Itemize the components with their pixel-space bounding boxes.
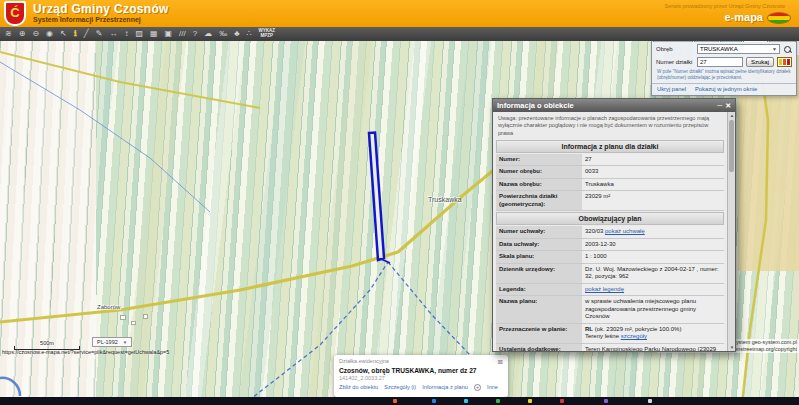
parcel-popup-title: Działka ewidencyjna <box>339 358 389 366</box>
taskbar-app-icon[interactable] <box>604 399 608 403</box>
szukaj-button[interactable]: Szukaj <box>746 57 774 67</box>
obreb-select[interactable]: TRUSKAWKA ▼ <box>697 44 780 54</box>
measure-vertical-icon[interactable]: ↕ <box>124 27 128 41</box>
table-row: Numer obrębu:0033 <box>496 166 724 179</box>
search-icon[interactable] <box>783 45 792 54</box>
dialog-title: Informacja o obiekcie <box>497 101 574 110</box>
zoom-out-icon[interactable]: ⊖ <box>32 27 39 41</box>
taskbar-app-icon[interactable] <box>432 399 436 403</box>
section-current-plan: Obowiązujący plan <box>496 212 724 225</box>
details-link[interactable]: szczegóły <box>621 333 647 339</box>
gallery-icon[interactable]: ▣ <box>165 27 173 41</box>
parcel-name: Czosnów, obręb TRUSKAWKA, numer dz 27 <box>339 367 503 374</box>
taskbar-app-icon[interactable] <box>496 399 500 403</box>
table-row: Ustalenia dodatkowe:Teren Kampinoskiego … <box>496 344 724 351</box>
table-row: Legenda: pokaż legendę <box>496 284 724 297</box>
points-icon[interactable]: ∴ <box>246 27 251 41</box>
app-header: Ć Urząd Gminy Czosnów System Informacji … <box>0 0 799 27</box>
building-footprint <box>143 314 148 319</box>
dialog-body: Uwaga: prezentowane informacje o planach… <box>493 112 727 351</box>
status-bar-url: https://czosnow.e-mapa.net/?service=plik… <box>2 349 169 355</box>
building-footprint <box>131 321 136 325</box>
table-row: Numer uchwały: 320/03 pokaż uchwałę <box>496 226 724 239</box>
wykaz-mpzp-button[interactable]: WYKAZ MPZP <box>259 29 276 39</box>
emapa-globe-icon <box>767 12 791 24</box>
obreb-label: Obręb <box>656 46 694 52</box>
single-window-link[interactable]: Pokazuj w jednym oknie <box>695 86 757 92</box>
municipality-crest-logo: Ć <box>4 1 26 26</box>
layers-icon[interactable]: ≋ <box>5 27 12 41</box>
table-row: Przeznaczenie w planie: RL (ok. 23029 m²… <box>496 324 724 344</box>
table-row: Numer:27 <box>496 154 724 167</box>
map-toolbar: ≋ ⊕ ⊖ ◉ ↖ ℹ ╱ ✎ ↔ ↕ ▨ ▦ ▣ /// ? ☁ ‰ ♣ ∴ … <box>0 27 799 41</box>
edit-icon[interactable]: ✎ <box>96 27 103 41</box>
cloud-icon[interactable]: ☁ <box>204 27 212 41</box>
app-title: Urząd Gminy Czosnów <box>33 2 169 16</box>
plan-info-link[interactable]: Informacja z planu <box>422 384 468 390</box>
chevron-down-icon: ▼ <box>772 46 777 52</box>
zoom-to-object-link[interactable]: Zbliż do obiektu <box>339 384 378 390</box>
map-label-truskawka: Truskawka <box>428 196 462 203</box>
table-row: Dziennik urzędowy:Dz. U. Woj. Mazowiecki… <box>496 264 724 284</box>
details-link[interactable]: Szczegóły (i) <box>384 384 416 390</box>
taskbar-app-icon[interactable] <box>560 399 564 403</box>
grid-icon[interactable]: ▦ <box>150 27 158 41</box>
select-circle-icon[interactable]: ◉ <box>46 27 53 41</box>
numer-dzialki-input[interactable]: 27 <box>697 57 743 67</box>
show-resolution-link[interactable]: pokaż uchwałę <box>605 228 645 234</box>
scroll-down-icon[interactable]: ▼ <box>728 345 736 350</box>
taskbar-app-icon[interactable] <box>464 399 468 403</box>
map-label-zaborow: Zaborów <box>97 304 120 310</box>
minimize-icon[interactable]: ─ <box>717 101 722 111</box>
table-row: Data uchwały:2003-12-30 <box>496 239 724 252</box>
popup-close-icon[interactable]: ⊠ <box>498 358 503 366</box>
numer-dzialki-label: Numer działki <box>656 59 694 65</box>
forest-icon[interactable]: ♣ <box>234 27 239 41</box>
chevron-down-icon: ▼ <box>123 340 127 345</box>
close-icon[interactable]: ✕ <box>725 101 731 111</box>
cursor-icon[interactable]: ↖ <box>60 27 67 41</box>
table-row: Nazwa obrębu:Truskawka <box>496 179 724 192</box>
hide-panel-link[interactable]: Ukryj panel <box>657 86 686 92</box>
draw-line-icon[interactable]: ╱ <box>84 27 89 41</box>
transparency-icon[interactable]: ▨ <box>135 27 143 41</box>
zoom-in-icon[interactable]: ⊕ <box>19 27 26 41</box>
show-legend-link[interactable]: pokaż legendę <box>585 286 624 292</box>
building-footprint <box>120 315 126 320</box>
table-row: Skala planu:1 : 1000 <box>496 251 724 264</box>
section-parcel-info: Informacja z planu dla działki <box>496 140 724 153</box>
coordinates-icon[interactable]: ‰ <box>219 27 227 41</box>
taskbar-app-icon[interactable] <box>393 399 397 403</box>
search-hint-text: W pole "Numer działki" można wpisać pełn… <box>652 68 796 83</box>
info-icon[interactable]: ℹ <box>74 27 77 41</box>
emapa-brand[interactable]: e-mapa <box>724 11 763 23</box>
other-link[interactable]: Inne <box>487 384 498 390</box>
pan-horizontal-icon[interactable]: ↔ <box>109 27 117 41</box>
hatch-icon[interactable]: /// <box>179 27 186 41</box>
object-info-dialog: Informacja o obiekcie ─ ✕ Uwaga: prezent… <box>492 98 736 352</box>
help-icon[interactable]: ? <box>193 27 197 41</box>
table-row: Powierzchnia działki (geometryczna):2302… <box>496 191 724 211</box>
dialog-title-bar[interactable]: Informacja o obiekcie ─ ✕ <box>493 99 735 112</box>
plan-disclaimer: Uwaga: prezentowane informacje o planach… <box>496 114 724 139</box>
parcel-id: 141402_2.0033.27 <box>339 375 503 381</box>
scroll-up-icon[interactable]: ▲ <box>728 113 736 118</box>
scrollbar-thumb[interactable] <box>729 120 734 172</box>
plus-circle-icon[interactable]: + <box>474 384 481 391</box>
app-subtitle: System Informacji Przestrzennej <box>33 16 141 23</box>
crs-selector[interactable]: PL-1992 ▼ <box>92 337 132 347</box>
parcel-popup: Działka ewidencyjna ⊠ Czosnów, obręb TRU… <box>334 355 508 397</box>
service-note: Serwis prowadzony przez Urząd Gminy Czos… <box>665 3 785 9</box>
taskbar-app-icon[interactable] <box>648 399 652 403</box>
plan-legend-toggle-icon[interactable] <box>777 57 792 67</box>
app-window: Truskawka Zaborów Ć Urząd Gminy Czosnów … <box>0 0 799 405</box>
table-row: Nazwa planu:w sprawie uchwalenia miejsco… <box>496 296 724 324</box>
selected-parcel-outline <box>369 133 384 261</box>
dialog-scrollbar[interactable]: ▲ ▼ <box>727 112 735 351</box>
os-taskbar[interactable] <box>0 397 799 405</box>
taskbar-app-icon[interactable] <box>528 399 532 403</box>
